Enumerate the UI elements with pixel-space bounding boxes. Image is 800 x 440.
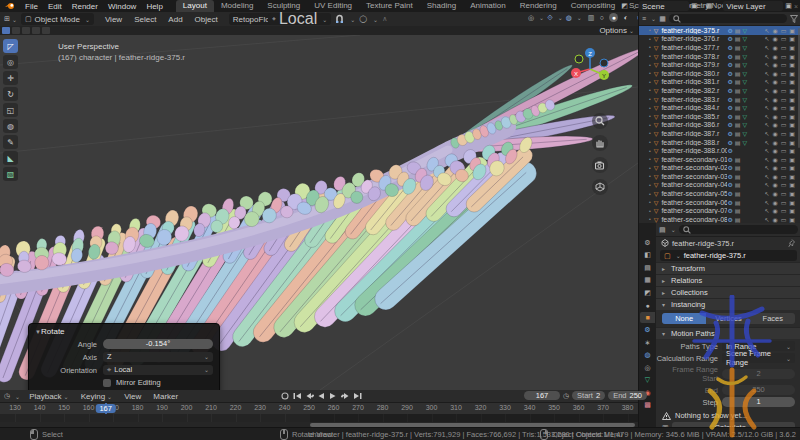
viewport-menu-add[interactable]: Add — [163, 15, 187, 24]
outliner-item[interactable]: •▽feather-secondary-04.r⚙▤↖◉▭▣ — [639, 181, 800, 190]
disable-viewport-icon[interactable]: ▭ — [781, 44, 787, 51]
select-mode-set[interactable] — [2, 27, 10, 34]
view-layer-selector[interactable]: View Layer — [723, 1, 783, 11]
selectable-toggle-icon[interactable]: ↖ — [764, 104, 769, 111]
editor-type-icon[interactable]: ⊞ — [4, 15, 10, 23]
outliner-item[interactable]: •▽feather-ridge-385.r⚙▤▽↖◉▭▣ — [639, 112, 800, 121]
show-gizmo-icon[interactable]: ⟐ — [547, 14, 553, 22]
properties-tab-object[interactable]: ■ — [640, 312, 655, 323]
hide-viewport-icon[interactable]: ◉ — [772, 53, 777, 60]
selectable-toggle-icon[interactable]: ↖ — [764, 173, 769, 180]
jump-to-end-icon[interactable] — [352, 391, 362, 400]
timeline-menu-keying[interactable]: Keying⌄ — [76, 392, 118, 401]
disable-render-icon[interactable]: ▣ — [789, 121, 795, 128]
properties-tab-texture[interactable]: ▩ — [640, 400, 655, 411]
selectable-toggle-icon[interactable]: ↖ — [764, 121, 769, 128]
panel-relations[interactable]: ▸Relations — [656, 274, 800, 286]
hide-viewport-icon[interactable]: ◉ — [772, 121, 777, 128]
selectable-toggle-icon[interactable]: ↖ — [764, 87, 769, 94]
disable-viewport-icon[interactable]: ▭ — [781, 181, 787, 188]
playhead[interactable]: 167 — [95, 404, 116, 413]
outliner-item[interactable]: •▽feather-ridge-380.r⚙▤▽↖◉▭▣ — [639, 69, 800, 78]
proportional-edit-icon[interactable]: ◯ — [359, 15, 367, 23]
options-popover[interactable]: Options⌄ — [599, 26, 634, 35]
disable-viewport-icon[interactable]: ▭ — [781, 87, 787, 94]
disable-render-icon[interactable]: ▣ — [789, 173, 795, 180]
hide-viewport-icon[interactable]: ◉ — [772, 27, 777, 34]
workspace-tab-compositing[interactable]: Compositing — [564, 0, 622, 12]
tool-select-box[interactable]: ◸ — [3, 39, 18, 53]
outliner-item[interactable]: •▽feather-secondary-05.r⚙▤↖◉▭▣ — [639, 189, 800, 198]
disable-viewport-icon[interactable]: ▭ — [781, 139, 787, 146]
hide-viewport-icon[interactable]: ◉ — [772, 190, 777, 197]
panel-instancing[interactable]: ▾Instancing — [656, 298, 800, 310]
disable-viewport-icon[interactable]: ▭ — [781, 78, 787, 85]
outliner-item[interactable]: •▽feather-ridge-381.r⚙▤▽↖◉▭▣ — [639, 78, 800, 87]
outliner-filter-collection-icon[interactable]: ▦ — [659, 15, 666, 23]
hide-viewport-icon[interactable]: ◉ — [772, 164, 777, 171]
outliner-item[interactable]: •▽feather-ridge-377.r⚙▤▽↖◉▭▣ — [639, 43, 800, 52]
disable-render-icon[interactable]: ▣ — [789, 181, 795, 188]
disable-viewport-icon[interactable]: ▭ — [781, 190, 787, 197]
selectable-toggle-icon[interactable]: ↖ — [764, 139, 769, 146]
calc-range-dropdown[interactable]: Scene Frame Range⌄ — [722, 353, 795, 363]
properties-search-input[interactable] — [679, 225, 798, 234]
outliner-item[interactable]: •▽feather-ridge-378.r⚙▤▽↖◉▭▣ — [639, 52, 800, 61]
hide-viewport-icon[interactable]: ◉ — [772, 156, 777, 163]
properties-tab-physics[interactable]: ◍ — [640, 350, 655, 361]
snap-magnet-icon[interactable] — [335, 14, 344, 24]
disable-render-icon[interactable]: ▣ — [789, 190, 795, 197]
outliner-item[interactable]: •▽feather-secondary-01.r⚙▤↖◉▭▣ — [639, 155, 800, 164]
disable-render-icon[interactable]: ▣ — [789, 78, 795, 85]
selectable-toggle-icon[interactable]: ↖ — [764, 96, 769, 103]
operator-panel-header[interactable]: ▼ Rotate — [35, 327, 213, 336]
outliner-item[interactable]: •▽feather-secondary-02.r⚙▤↖◉▭▣ — [639, 164, 800, 173]
play-reverse-icon[interactable] — [316, 391, 326, 400]
outliner-item[interactable]: •▽feather-ridge-388.r.001⚙↖◉▭▣ — [639, 146, 800, 155]
disable-viewport-icon[interactable]: ▭ — [781, 199, 787, 206]
outliner-item[interactable]: •▽feather-secondary-07.r⚙▤↖◉▭▣ — [639, 206, 800, 215]
disable-render-icon[interactable]: ▣ — [789, 139, 795, 146]
disable-viewport-icon[interactable]: ▭ — [781, 27, 787, 34]
pan-hand-icon[interactable] — [592, 135, 608, 151]
timeline-menu-marker[interactable]: Marker — [148, 392, 183, 401]
menu-window[interactable]: Window — [103, 2, 141, 11]
disable-viewport-icon[interactable]: ▭ — [781, 147, 787, 154]
select-mode-subtract[interactable] — [22, 27, 30, 34]
properties-tab-modifiers[interactable]: ⚙ — [640, 325, 655, 336]
workspace-tab-texture-paint[interactable]: Texture Paint — [359, 0, 420, 12]
selectable-toggle-icon[interactable]: ↖ — [764, 164, 769, 171]
navigation-gizmo[interactable]: X Y Z — [566, 45, 614, 93]
blender-logo-icon[interactable] — [4, 1, 16, 11]
outliner-item[interactable]: •▽feather-ridge-376.r⚙▤▽↖◉▭▣ — [639, 35, 800, 44]
outliner-item[interactable]: •▽feather-ridge-388.r⚙▤▽↖◉▭▣ — [639, 138, 800, 147]
properties-tab-object-data[interactable]: ▽ — [640, 375, 655, 386]
shading-solid-icon[interactable]: ● — [609, 13, 618, 22]
zoom-tool-icon[interactable] — [592, 113, 608, 129]
disable-viewport-icon[interactable]: ▭ — [781, 35, 787, 42]
angle-field[interactable]: -0.154° — [103, 339, 213, 349]
orientation-dropdown[interactable]: ⌖Local⌄ — [103, 365, 213, 375]
properties-tab-output[interactable]: ▤ — [640, 262, 655, 273]
disable-render-icon[interactable]: ▣ — [789, 207, 795, 214]
viewport-menu-select[interactable]: Select — [129, 15, 161, 24]
step-field[interactable]: 1 — [722, 397, 795, 407]
outliner-display-mode-icon[interactable]: ≡ — [642, 15, 646, 22]
hide-viewport-icon[interactable]: ◉ — [772, 113, 777, 120]
timeline-ruler[interactable]: 1301401501601701801902002102202302402502… — [0, 403, 638, 414]
outliner-item[interactable]: •▽feather-ridge-375.r⚙▤▽↖◉▭▣ — [639, 26, 800, 35]
disable-viewport-icon[interactable]: ▭ — [781, 130, 787, 137]
pin-icon[interactable] — [788, 239, 796, 248]
end-frame-field[interactable]: End250 — [608, 391, 647, 400]
disable-render-icon[interactable]: ▣ — [789, 164, 795, 171]
hide-viewport-icon[interactable]: ◉ — [772, 199, 777, 206]
properties-tab-view-layer[interactable]: ▦ — [640, 275, 655, 286]
hide-viewport-icon[interactable]: ◉ — [772, 181, 777, 188]
disable-render-icon[interactable]: ▣ — [789, 70, 795, 77]
disable-viewport-icon[interactable]: ▭ — [781, 113, 787, 120]
hide-viewport-icon[interactable]: ◉ — [772, 78, 777, 85]
current-frame-field[interactable]: 167 — [524, 391, 560, 400]
mirror-editing-checkbox[interactable] — [103, 379, 111, 387]
selectable-toggle-icon[interactable]: ↖ — [764, 147, 769, 154]
select-mode-intersect[interactable] — [42, 27, 50, 34]
